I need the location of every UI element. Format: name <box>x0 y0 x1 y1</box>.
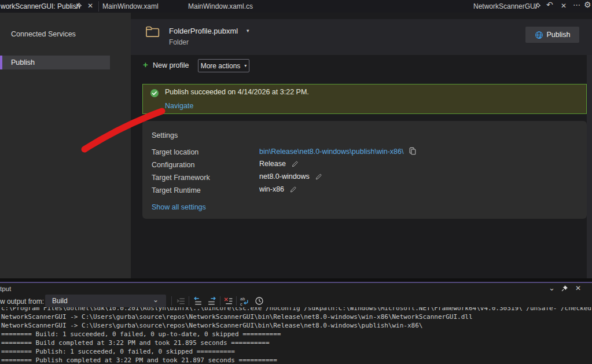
publish-success-message: Publish succeeded on 4/14/2026 at 3:22 P… <box>165 88 309 96</box>
target-framework-value: net8.0-windows <box>259 172 310 181</box>
chevron-down-icon: ▾ <box>244 63 247 68</box>
close-icon[interactable]: ✕ <box>87 2 93 9</box>
edit-pencil-icon[interactable] <box>315 173 322 181</box>
more-actions-label: More actions <box>201 62 241 70</box>
chevron-down-icon: ⌄ <box>153 296 159 304</box>
folder-icon <box>145 24 161 38</box>
target-location-link[interactable]: bin\Release\net8.0-windows\publish\win-x… <box>259 148 403 156</box>
setting-value-target-framework: net8.0-windows <box>259 172 322 181</box>
profile-name-dropdown[interactable]: FolderProfile.pubxml <box>169 27 238 35</box>
output-source-dropdown[interactable]: Build ⌄ <box>45 295 166 307</box>
console-line: c:\Program Files\dotnet\sdk\10.0.201\Ros… <box>1 307 592 312</box>
configuration-value: Release <box>259 160 286 168</box>
tab-publish[interactable]: workScannerGUI: Publish <box>1 2 80 10</box>
sidebar-item-publish-label: Publish <box>11 58 35 67</box>
toolbar-separator <box>236 296 237 306</box>
output-source-value: Build <box>52 297 68 305</box>
publish-button-label: Publish <box>547 31 571 39</box>
publish-button[interactable]: Publish <box>525 27 579 43</box>
new-profile-button[interactable]: New profile <box>153 61 189 69</box>
next-message-icon[interactable] <box>207 296 217 306</box>
tab-mainwindow-xaml[interactable]: MainWindow.xaml <box>102 2 159 10</box>
selected-item-accent <box>0 56 2 69</box>
show-output-from-label: w output from: <box>0 297 44 306</box>
setting-value-configuration: Release <box>259 160 299 168</box>
tab-mainwindow-xaml-cs[interactable]: MainWindow.xaml.cs <box>188 2 253 10</box>
close-icon[interactable]: ✕ <box>575 285 581 292</box>
setting-value-target-location: bin\Release\net8.0-windows\publish\win-x… <box>259 147 417 156</box>
console-line: NetworkScannerGUI -> C:\Users\gurba\sour… <box>1 312 592 321</box>
output-pane-title: tput <box>0 285 11 292</box>
close-icon[interactable]: ✕ <box>561 2 567 9</box>
visual-studio-publish-window: workScannerGUI: Publish ✕ MainWindow.xam… <box>0 0 592 364</box>
copy-icon[interactable] <box>409 147 417 156</box>
success-check-icon <box>150 89 159 98</box>
more-actions-button[interactable]: More actions ▾ <box>198 59 249 72</box>
toolbar-separator <box>220 296 220 306</box>
toolbar-separator <box>189 296 189 306</box>
chevron-down-icon[interactable]: ▾ <box>247 28 249 34</box>
previous-message-icon[interactable] <box>193 296 203 306</box>
setting-label-target-location: Target location <box>152 148 198 156</box>
word-wrap-icon[interactable]: ab c <box>240 296 249 306</box>
toolbar-separator <box>171 296 172 306</box>
setting-label-target-framework: Target Framework <box>152 174 210 182</box>
output-console: c:\Program Files\dotnet\sdk\10.0.201\Ros… <box>1 307 592 364</box>
publish-sidebar: Connected Services Publish <box>0 13 131 278</box>
edit-pencil-icon[interactable] <box>289 186 297 193</box>
plus-icon: + <box>143 60 148 69</box>
gear-icon[interactable]: ⚙ <box>584 1 591 8</box>
edit-pencil-icon[interactable] <box>291 160 299 168</box>
console-line: ======== Publish: 1 succeeded, 0 failed,… <box>1 347 592 356</box>
svg-text:c: c <box>240 302 242 306</box>
console-line: ======== Build completed at 3:22 PM and … <box>1 339 592 347</box>
chevron-down-icon[interactable]: ⌄ <box>549 285 555 292</box>
target-runtime-value: win-x86 <box>259 185 284 193</box>
clock-icon[interactable] <box>255 296 264 306</box>
profile-type-label: Folder <box>169 38 189 46</box>
tab-networkscannergui[interactable]: NetworkScannerGUI <box>473 2 537 10</box>
navigate-link[interactable]: Navigate <box>165 102 193 110</box>
console-line: NetworkScannerGUI -> C:\Users\gurba\sour… <box>1 321 592 330</box>
show-all-settings-link[interactable]: Show all settings <box>152 203 206 211</box>
pin-icon[interactable] <box>561 285 568 292</box>
console-line: ======== Build: 1 succeeded, 0 failed, 0… <box>1 330 592 339</box>
pin-icon[interactable] <box>534 2 541 10</box>
settings-title: Settings <box>152 131 178 139</box>
vertical-scrollbar[interactable] <box>587 55 592 278</box>
sidebar-item-connected-services[interactable]: Connected Services <box>11 30 76 38</box>
settings-card: Settings Target location bin\Release\net… <box>142 121 587 219</box>
publish-success-banner: Publish succeeded on 4/14/2026 at 3:22 P… <box>142 84 587 114</box>
console-line: ======== Publish completed at 3:22 PM an… <box>1 356 592 364</box>
clear-all-icon[interactable] <box>223 296 233 306</box>
setting-label-target-runtime: Target Runtime <box>152 186 201 194</box>
more-options-icon[interactable]: ⋯ <box>573 2 580 9</box>
setting-value-target-runtime: win-x86 <box>259 185 297 193</box>
profile-header-band <box>131 19 592 55</box>
setting-label-configuration: Configuration <box>152 161 194 169</box>
goto-message-icon-disabled <box>176 296 186 306</box>
document-tab-bar: workScannerGUI: Publish ✕ MainWindow.xam… <box>0 0 592 13</box>
tab-separator <box>98 1 99 12</box>
pin-icon[interactable] <box>75 2 82 10</box>
publish-globe-icon <box>535 31 543 39</box>
undo-icon[interactable]: ↶ <box>546 1 553 8</box>
